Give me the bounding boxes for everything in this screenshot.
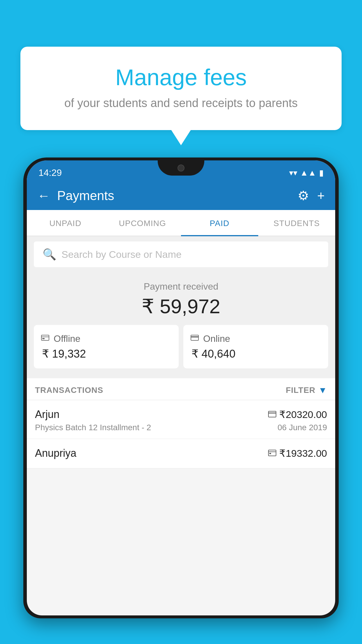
payment-received-label: Payment received xyxy=(34,281,328,292)
online-label: Online xyxy=(203,333,230,344)
transaction-amount: ₹20320.00 xyxy=(279,409,327,420)
search-input[interactable]: Search by Course or Name xyxy=(61,249,182,260)
signal-icon: ▲▲ xyxy=(300,168,316,178)
bubble-subtitle: of your students and send receipts to pa… xyxy=(44,97,318,110)
wifi-icon: ▾▾ xyxy=(289,168,297,178)
bubble-title: Manage fees xyxy=(44,64,318,91)
transaction-date: 06 June 2019 xyxy=(277,423,327,432)
transaction-amount: ₹19332.00 xyxy=(279,447,327,459)
app-bar: ← Payments ⚙ + xyxy=(27,181,335,210)
filter-label: FILTER xyxy=(286,386,315,395)
search-bar[interactable]: 🔍 Search by Course or Name xyxy=(34,242,328,267)
payment-cards: Offline ₹ 19,332 xyxy=(34,325,328,368)
settings-icon[interactable]: ⚙ xyxy=(298,188,309,203)
search-icon: 🔍 xyxy=(43,248,56,261)
back-button[interactable]: ← xyxy=(37,188,50,203)
search-container: 🔍 Search by Course or Name xyxy=(27,236,335,272)
transactions-label: TRANSACTIONS xyxy=(35,386,103,395)
svg-rect-0 xyxy=(41,335,49,340)
app-bar-right: ⚙ + xyxy=(298,188,325,203)
add-icon[interactable]: + xyxy=(317,188,325,203)
offline-label: Offline xyxy=(54,333,80,344)
payment-type-icon xyxy=(268,410,276,419)
phone-screen: 14:29 ▾▾ ▲▲ ▮ ← Payments ⚙ + xyxy=(27,160,335,615)
online-icon xyxy=(190,333,199,344)
filter-icon: ▼ xyxy=(318,385,327,395)
payment-type-icon xyxy=(268,448,276,458)
transaction-amount-container: ₹19332.00 xyxy=(268,447,327,459)
phone-device: 14:29 ▾▾ ▲▲ ▮ ← Payments ⚙ + xyxy=(23,158,339,618)
app-bar-title: Payments xyxy=(57,188,114,203)
payment-received-section: Payment received ₹ 59,972 xyxy=(27,272,335,378)
online-payment-card: Online ₹ 40,640 xyxy=(183,325,328,368)
transaction-amount-container: ₹20320.00 xyxy=(268,409,327,420)
transaction-top: Anupriya ₹19332.00 xyxy=(35,447,327,459)
transaction-name: Arjun xyxy=(35,408,59,421)
tab-paid[interactable]: PAID xyxy=(181,210,258,236)
transaction-bottom: Physics Batch 12 Installment - 2 06 June… xyxy=(35,423,327,432)
transaction-top: Arjun ₹20320.00 xyxy=(35,408,327,421)
tab-unpaid[interactable]: UNPAID xyxy=(27,210,104,236)
svg-rect-3 xyxy=(191,335,198,340)
filter-button[interactable]: FILTER ▼ xyxy=(286,385,327,395)
tab-upcoming[interactable]: UPCOMING xyxy=(104,210,181,236)
battery-icon: ▮ xyxy=(319,168,324,178)
svg-rect-7 xyxy=(268,450,276,456)
svg-rect-2 xyxy=(42,338,45,339)
speech-bubble-container: Manage fees of your students and send re… xyxy=(20,47,342,130)
transaction-row[interactable]: Arjun ₹20320.00 Physics Batch 12 Install… xyxy=(27,400,335,439)
transaction-name: Anupriya xyxy=(35,447,76,459)
front-camera xyxy=(178,164,184,172)
app-bar-left: ← Payments xyxy=(37,188,114,203)
online-card-header: Online xyxy=(190,333,321,344)
transactions-header: TRANSACTIONS FILTER ▼ xyxy=(27,378,335,400)
phone-container: 14:29 ▾▾ ▲▲ ▮ ← Payments ⚙ + xyxy=(23,158,339,644)
offline-icon xyxy=(41,333,50,344)
tabs-container: UNPAID UPCOMING PAID STUDENTS xyxy=(27,210,335,236)
speech-bubble: Manage fees of your students and send re… xyxy=(20,47,342,130)
transaction-row[interactable]: Anupriya ₹19332.00 xyxy=(27,439,335,468)
status-icons: ▾▾ ▲▲ ▮ xyxy=(289,168,324,178)
online-amount: ₹ 40,640 xyxy=(190,347,321,360)
phone-notch xyxy=(158,160,204,176)
svg-rect-9 xyxy=(269,453,271,454)
tab-students[interactable]: STUDENTS xyxy=(258,210,335,236)
offline-card-header: Offline xyxy=(41,333,172,344)
offline-payment-card: Offline ₹ 19,332 xyxy=(34,325,179,368)
status-time: 14:29 xyxy=(38,167,62,178)
offline-amount: ₹ 19,332 xyxy=(41,347,172,360)
payment-received-amount: ₹ 59,972 xyxy=(34,295,328,318)
svg-rect-5 xyxy=(268,411,276,417)
transaction-course: Physics Batch 12 Installment - 2 xyxy=(35,423,151,432)
